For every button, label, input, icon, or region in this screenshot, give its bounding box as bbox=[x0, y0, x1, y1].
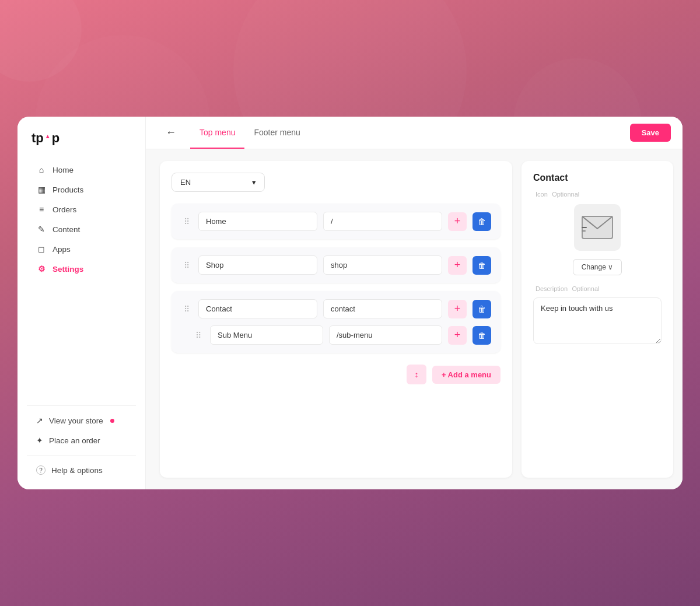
menu-item-contact-card: ⠿ + 🗑 ⠿ + 🗑 bbox=[172, 291, 501, 353]
tab-footer-menu[interactable]: Footer menu bbox=[244, 117, 309, 149]
lang-value: EN bbox=[180, 178, 191, 187]
tabs-container: Top menu Footer menu bbox=[190, 117, 310, 149]
add-child-shop-button[interactable]: + bbox=[448, 256, 467, 275]
content-body: EN ▾ ⠿ + 🗑 ⠿ bbox=[146, 149, 682, 489]
menu-item-shop-name[interactable] bbox=[198, 255, 317, 275]
sidebar-item-place-order[interactable]: ✦ Place an order bbox=[22, 430, 141, 450]
menu-builder: EN ▾ ⠿ + 🗑 ⠿ bbox=[160, 161, 512, 478]
sidebar-item-home[interactable]: ⌂ Home bbox=[22, 160, 141, 180]
orders-icon: ≡ bbox=[36, 205, 47, 214]
sidebar-item-home-label: Home bbox=[52, 166, 74, 174]
delete-home-button[interactable]: 🗑 bbox=[473, 212, 491, 231]
menu-item-contact-name[interactable] bbox=[198, 299, 317, 318]
menu-item-contact-path[interactable] bbox=[323, 299, 442, 318]
sub-menu-item-container: ⠿ + 🗑 bbox=[181, 325, 491, 345]
sub-menu-item-row: ⠿ + 🗑 bbox=[192, 325, 491, 345]
content-header: ← Top menu Footer menu Save bbox=[146, 117, 682, 149]
menu-bottom-actions: ↕ + Add a menu bbox=[172, 365, 501, 384]
menu-item-shop-path[interactable] bbox=[323, 255, 442, 275]
add-child-submenu-button[interactable]: + bbox=[448, 326, 467, 345]
add-child-home-button[interactable]: + bbox=[448, 212, 467, 231]
settings-icon: ⚙ bbox=[36, 264, 47, 274]
main-card: tp▲p ⌂ Home ▦ Products ≡ Orders ✎ Conten… bbox=[18, 117, 682, 489]
chevron-down-icon: ▾ bbox=[252, 178, 256, 187]
sidebar-item-view-store-label: View your store bbox=[49, 416, 103, 425]
sub-menu-item-path[interactable] bbox=[329, 325, 442, 345]
home-icon: ⌂ bbox=[36, 165, 47, 174]
menu-item-shop-card: ⠿ + 🗑 bbox=[172, 247, 501, 283]
drag-handle-contact[interactable]: ⠿ bbox=[181, 304, 192, 314]
sidebar-item-help-label: Help & options bbox=[51, 466, 103, 475]
add-menu-button[interactable]: + Add a menu bbox=[432, 366, 501, 384]
add-child-contact-button[interactable]: + bbox=[448, 300, 467, 318]
description-label: Description Optionnal bbox=[533, 285, 662, 293]
sort-icon: ↕ bbox=[414, 370, 418, 379]
sidebar-item-content[interactable]: ✎ Content bbox=[22, 219, 141, 239]
sidebar-item-content-label: Content bbox=[52, 225, 80, 234]
products-icon: ▦ bbox=[36, 185, 47, 194]
main-nav: ⌂ Home ▦ Products ≡ Orders ✎ Content ◻ A… bbox=[18, 160, 145, 279]
drag-handle-home[interactable]: ⠿ bbox=[181, 217, 192, 226]
delete-shop-button[interactable]: 🗑 bbox=[473, 256, 491, 275]
sub-menu-item-name[interactable] bbox=[210, 325, 323, 345]
menu-item-home-name[interactable] bbox=[198, 212, 317, 231]
content-area: ← Top menu Footer menu Save EN ▾ ⠿ bbox=[146, 117, 682, 489]
sidebar-divider-2 bbox=[27, 455, 136, 456]
menu-item-home-row: ⠿ + 🗑 bbox=[181, 212, 491, 231]
icon-preview bbox=[574, 204, 621, 251]
sidebar-item-place-order-label: Place an order bbox=[49, 436, 100, 445]
drag-handle-shop[interactable]: ⠿ bbox=[181, 261, 192, 270]
sidebar: tp▲p ⌂ Home ▦ Products ≡ Orders ✎ Conten… bbox=[18, 117, 146, 489]
sidebar-item-orders[interactable]: ≡ Orders bbox=[22, 199, 141, 219]
delete-submenu-button[interactable]: 🗑 bbox=[473, 326, 491, 345]
detail-title: Contact bbox=[533, 173, 662, 183]
sidebar-divider bbox=[27, 405, 136, 406]
sidebar-item-settings[interactable]: ⚙ Settings bbox=[22, 259, 141, 279]
drag-handle-submenu[interactable]: ⠿ bbox=[192, 331, 204, 340]
sidebar-item-settings-label: Settings bbox=[52, 265, 83, 274]
logo-accent: ▲ bbox=[45, 133, 51, 139]
sidebar-item-products[interactable]: ▦ Products bbox=[22, 180, 141, 199]
delete-contact-button[interactable]: 🗑 bbox=[473, 300, 491, 318]
view-store-icon: ↗ bbox=[36, 416, 43, 425]
tab-top-menu[interactable]: Top menu bbox=[190, 117, 244, 149]
sidebar-item-view-store[interactable]: ↗ View your store bbox=[22, 411, 141, 430]
menu-item-home-card: ⠿ + 🗑 bbox=[172, 204, 501, 239]
sidebar-item-apps-label: Apps bbox=[52, 245, 71, 254]
view-store-dot bbox=[110, 419, 114, 423]
save-button[interactable]: Save bbox=[630, 124, 671, 142]
sidebar-item-products-label: Products bbox=[52, 185, 83, 194]
apps-icon: ◻ bbox=[36, 244, 47, 254]
detail-panel: Contact Icon Optionnal bbox=[522, 161, 673, 478]
content-icon: ✎ bbox=[36, 225, 47, 234]
description-textarea[interactable] bbox=[533, 297, 662, 344]
menu-item-home-path[interactable] bbox=[323, 212, 442, 231]
sort-button[interactable]: ↕ bbox=[407, 365, 426, 384]
menu-item-contact-row: ⠿ + 🗑 bbox=[181, 299, 491, 318]
icon-label: Icon Optionnal bbox=[533, 190, 662, 198]
sidebar-item-orders-label: Orders bbox=[52, 205, 76, 214]
language-selector[interactable]: EN ▾ bbox=[172, 173, 265, 192]
sidebar-item-help[interactable]: ? Help & options bbox=[22, 460, 141, 480]
mail-icon bbox=[582, 216, 613, 239]
change-icon-button[interactable]: Change ∨ bbox=[573, 259, 622, 275]
logo: tp▲p bbox=[18, 131, 145, 160]
sidebar-item-apps[interactable]: ◻ Apps bbox=[22, 239, 141, 259]
menu-item-shop-row: ⠿ + 🗑 bbox=[181, 255, 491, 275]
place-order-icon: ✦ bbox=[36, 436, 43, 445]
help-icon: ? bbox=[36, 465, 46, 475]
back-button[interactable]: ← bbox=[163, 124, 178, 141]
